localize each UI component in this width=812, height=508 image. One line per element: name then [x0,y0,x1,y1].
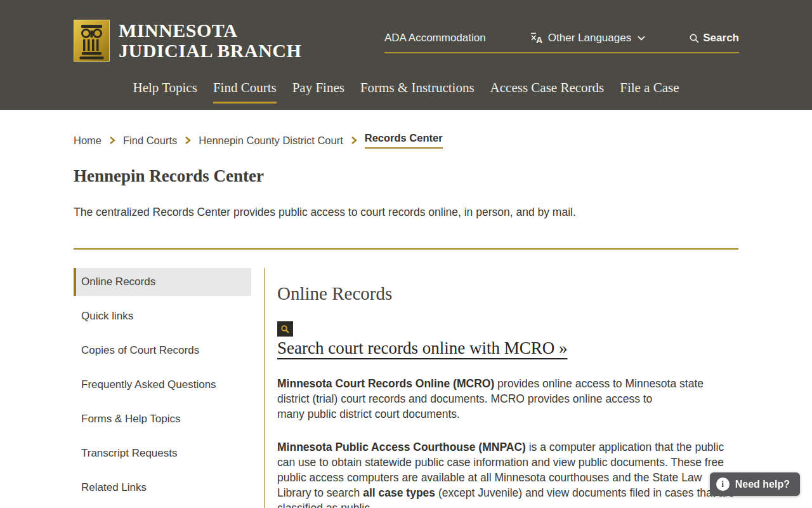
breadcrumb-item: Records Center [365,132,443,149]
nav-item[interactable]: Pay Fines [292,80,344,104]
page-intro: The centralized Records Center provides … [74,206,738,219]
search-icon [689,33,700,44]
sidebar-item[interactable]: Transcript Requests [74,439,251,467]
other-languages-label: Other Languages [548,32,631,44]
nav-item[interactable]: Find Courts [213,80,277,104]
section-divider [74,248,738,250]
page-title: Hennepin Records Center [74,166,738,186]
info-icon: i [716,478,730,491]
chevron-right-icon [109,136,115,145]
search-label: Search [703,32,739,44]
sidebar-item[interactable]: Quick links [74,302,251,330]
search-button[interactable]: Search [689,32,739,44]
brand-line-2: JUDICIAL BRANCH [119,41,301,61]
content-columns: Online Records Quick links Copies of Cou… [74,268,738,508]
brand-line-1: MINNESOTA [119,20,301,41]
breadcrumb-link[interactable]: Find Courts [123,135,177,147]
chevron-right-icon [351,136,357,145]
brand-title: MINNESOTA JUDICIAL BRANCH [119,20,301,61]
mcro-paragraph: Minnesota Court Records Online (MCRO) pr… [277,376,738,422]
page-content: Home Find Courts Hennepin County Distric [0,132,812,508]
ada-accommodation-link[interactable]: ADA Accommodation [384,32,486,44]
section-heading: Online Records [277,283,738,304]
search-icon [280,324,290,334]
sidebar-item[interactable]: Frequently Asked Questions [74,371,251,399]
mcro-search-icon-box[interactable] [277,321,293,337]
brand[interactable]: MINNESOTA JUDICIAL BRANCH [74,20,301,62]
main-section: Online Records Search court records onli… [264,268,738,508]
chevron-down-icon [638,36,645,41]
translate-icon: A [530,32,544,44]
need-help-button[interactable]: i Need help? [710,472,800,496]
mnpac-bold-lead: Minnesota Public Access Courthouse (MNPA… [277,441,526,453]
breadcrumb-link[interactable]: Home [74,135,102,147]
site-header: MINNESOTA JUDICIAL BRANCH ADA Accommodat… [0,0,812,110]
records-sidebar: Online Records Quick links Copies of Cou… [74,268,251,508]
other-languages-dropdown[interactable]: A Other Languages [530,32,645,44]
ada-accommodation-label: ADA Accommodation [384,32,486,44]
breadcrumb-link[interactable]: Records Center [365,132,443,149]
nav-item[interactable]: Access Case Records [490,80,605,104]
breadcrumb-item: Find Courts [123,135,199,147]
breadcrumb-link[interactable]: Hennepin County District Court [199,135,343,147]
need-help-label: Need help? [735,479,790,490]
nav-item[interactable]: Forms & Instructions [360,80,475,104]
sidebar-item[interactable]: Forms & Help Topics [74,405,251,433]
chevron-right-icon [185,136,191,145]
nav-item[interactable]: File a Case [620,80,679,104]
mcro-bold-lead: Minnesota Court Records Online (MCRO) [277,377,494,390]
main-nav: Help Topics Find Courts Pay Fines Forms … [0,80,812,104]
utility-bar: ADA Accommodation A Other Languages Sear… [384,32,739,53]
sidebar-item[interactable]: Copies of Court Records [74,337,251,364]
mcro-search-link[interactable]: Search court records online with MCRO » [277,338,567,358]
breadcrumb-item: Hennepin County District Court [199,135,364,147]
svg-text:A: A [536,35,542,44]
judicial-branch-column-logo-icon [74,20,110,62]
all-case-types-bold: all case types [363,486,435,499]
breadcrumb-item: Home [74,135,123,147]
breadcrumb: Home Find Courts Hennepin County Distric [74,132,738,149]
sidebar-item[interactable]: Related Links [74,474,251,502]
nav-item[interactable]: Help Topics [133,80,197,104]
sidebar-item[interactable]: Online Records [74,268,251,296]
mnpac-paragraph: Minnesota Public Access Courthouse (MNPA… [277,439,738,508]
